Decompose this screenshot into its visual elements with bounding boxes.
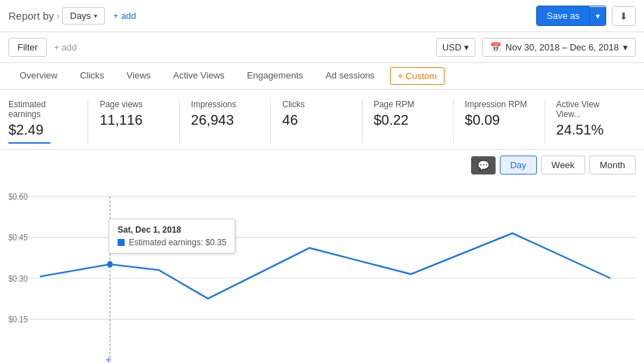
- stat-value-active-view: 24.51%: [556, 122, 624, 138]
- date-range-picker[interactable]: 📅 Nov 30, 2018 – Dec 6, 2018 ▾: [482, 38, 636, 57]
- svg-text:$0.15: $0.15: [8, 314, 28, 324]
- stat-value-impressions: 26,943: [191, 112, 259, 128]
- calendar-icon: 📅: [490, 42, 501, 53]
- filter-bar: Filter + add USD ▾ 📅 Nov 30, 2018 – Dec …: [0, 32, 644, 63]
- stat-impressions: Impressions 26,943: [191, 100, 271, 144]
- stat-label-page-rpm: Page RPM: [374, 100, 442, 109]
- chart-svg: $0.60 $0.45 $0.30 $0.15 +: [8, 180, 636, 363]
- stat-page-rpm: Page RPM $0.22: [374, 100, 454, 144]
- svg-point-9: [107, 261, 113, 268]
- tab-clicks[interactable]: Clicks: [69, 63, 115, 89]
- tab-active-views[interactable]: Active Views: [162, 63, 235, 89]
- annotation-button[interactable]: 💬: [471, 156, 496, 174]
- currency-caret-icon: ▾: [464, 42, 469, 53]
- days-caret-icon: ▾: [94, 12, 97, 20]
- stats-row: Estimated earnings $2.49 Page views 11,1…: [0, 90, 644, 150]
- stat-page-views: Page views 11,116: [99, 100, 179, 144]
- stat-active-view: Active View View... 24.51%: [556, 100, 636, 144]
- stat-value-clicks: 46: [282, 112, 350, 128]
- period-month-button[interactable]: Month: [589, 156, 636, 174]
- save-as-button[interactable]: Save as: [537, 6, 589, 25]
- download-button[interactable]: ⬇: [612, 6, 636, 26]
- save-as-dropdown-button[interactable]: ▾: [589, 7, 606, 25]
- chart-area: $0.60 $0.45 $0.30 $0.15 + Sat, Dec 1, 20…: [0, 180, 644, 363]
- date-caret-icon: ▾: [623, 42, 628, 53]
- tab-ad-sessions[interactable]: Ad sessions: [314, 63, 386, 89]
- report-by-label: Report by: [8, 10, 54, 22]
- stat-label-impression-rpm: Impression RPM: [465, 100, 533, 109]
- filter-button[interactable]: Filter: [8, 38, 47, 57]
- tab-custom[interactable]: + Custom: [390, 67, 444, 85]
- stat-label-clicks: Clicks: [282, 100, 350, 109]
- stat-value-earnings: $2.49: [8, 122, 76, 138]
- filter-add-link[interactable]: + add: [54, 42, 77, 53]
- stat-clicks: Clicks 46: [282, 100, 362, 144]
- svg-text:+: +: [106, 353, 111, 363]
- tabs-bar: Overview Clicks Views Active Views Engag…: [0, 63, 644, 90]
- svg-text:$0.45: $0.45: [8, 233, 28, 243]
- period-day-button[interactable]: Day: [500, 156, 537, 174]
- download-icon: ⬇: [620, 11, 628, 22]
- stat-label-earnings: Estimated earnings: [8, 100, 76, 119]
- stat-value-page-rpm: $0.22: [374, 112, 442, 128]
- stat-estimated-earnings: Estimated earnings $2.49: [8, 100, 88, 144]
- stat-impression-rpm: Impression RPM $0.09: [465, 100, 545, 144]
- currency-label: USD: [442, 42, 461, 53]
- period-week-button[interactable]: Week: [541, 156, 585, 174]
- stat-label-active-view: Active View View...: [556, 100, 624, 119]
- tab-engagements[interactable]: Engagements: [236, 63, 314, 89]
- currency-selector[interactable]: USD ▾: [436, 38, 475, 57]
- date-range-label: Nov 30, 2018 – Dec 6, 2018: [505, 42, 619, 53]
- breadcrumb-chevron: ›: [57, 11, 59, 21]
- stat-underline-earnings: [8, 142, 50, 144]
- days-button[interactable]: Days ▾: [62, 7, 105, 25]
- tab-overview[interactable]: Overview: [8, 63, 69, 89]
- save-as-group: Save as ▾: [536, 6, 606, 26]
- tab-views[interactable]: Views: [115, 63, 162, 89]
- svg-text:$0.60: $0.60: [8, 191, 28, 202]
- stat-value-pageviews: 11,116: [99, 112, 167, 128]
- stat-value-impression-rpm: $0.09: [465, 112, 533, 128]
- stat-label-pageviews: Page views: [99, 100, 167, 109]
- add-link[interactable]: + add: [113, 11, 136, 21]
- top-bar: Report by › Days ▾ + add Save as ▾ ⬇: [0, 0, 644, 32]
- svg-text:$0.30: $0.30: [8, 273, 28, 284]
- stat-label-impressions: Impressions: [191, 100, 259, 109]
- chart-controls: 💬 Day Week Month: [0, 150, 644, 180]
